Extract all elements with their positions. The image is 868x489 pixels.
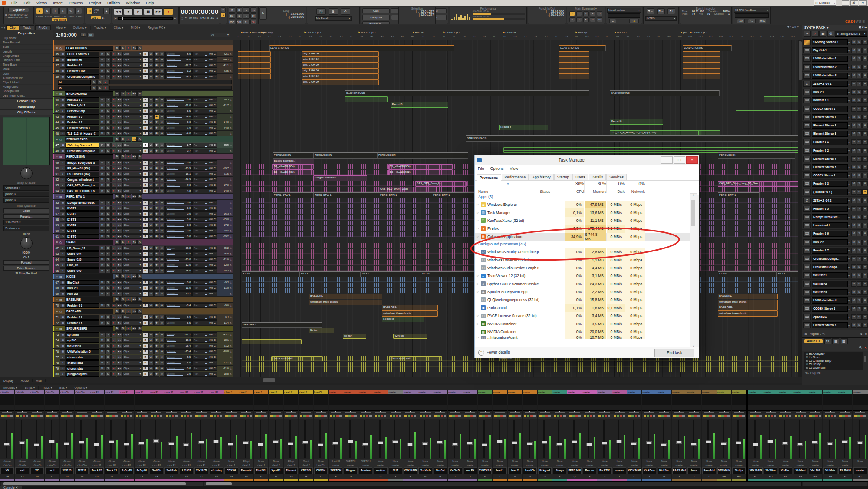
synth-name[interactable]: OrchestralCompa... bbox=[812, 264, 848, 270]
synth-mute-button[interactable]: M bbox=[851, 298, 856, 303]
arm-button[interactable] bbox=[111, 188, 116, 193]
pan-slider[interactable]: Pan0% C bbox=[192, 366, 217, 371]
strip-name[interactable]: VxChrDl bbox=[448, 467, 462, 474]
automation-button[interactable]: A bbox=[160, 188, 165, 193]
synth-item-reaktor-6-3[interactable]: ⌨Reaktor 6 3▾MS✱ bbox=[802, 180, 868, 188]
mute-button[interactable]: M bbox=[100, 120, 105, 125]
track-row-55[interactable]: 55▦iZotope BreakTweakMS◄»Clips▾RW✱AVolum… bbox=[53, 200, 233, 205]
strip-sends[interactable] bbox=[538, 405, 552, 411]
track-name[interactable]: theRiser 3 bbox=[66, 344, 99, 348]
solo-button[interactable]: S bbox=[105, 349, 111, 354]
synth-name[interactable]: Kick 2 1 bbox=[812, 89, 848, 95]
chevron-down-icon[interactable]: ▾ bbox=[848, 74, 851, 77]
synth-name[interactable]: Element Stereo 4 bbox=[812, 156, 848, 162]
read-automation-button[interactable]: R bbox=[143, 332, 148, 337]
strip-name[interactable]: vox FX bbox=[464, 467, 477, 474]
folder-automation-button[interactable]: A bbox=[137, 194, 142, 199]
record-button[interactable]: ● bbox=[164, 8, 173, 15]
fader-cap[interactable] bbox=[124, 443, 129, 446]
screenset-7[interactable]: 7 bbox=[576, 17, 582, 22]
mute-button[interactable]: M bbox=[100, 217, 105, 222]
folder-solo-button[interactable]: S bbox=[120, 91, 125, 96]
strip-output-label[interactable]: master bbox=[717, 463, 731, 467]
arm-button[interactable] bbox=[111, 280, 116, 285]
synth-item-reaktor-6-7[interactable]: ⌨Reaktor 6 7▾MS✱ bbox=[802, 247, 868, 255]
solo-button[interactable]: S bbox=[105, 303, 111, 308]
strip-fader[interactable] bbox=[597, 419, 612, 459]
synth-name[interactable]: Xpand!2 1 bbox=[812, 314, 848, 320]
solo-button[interactable]: S bbox=[105, 360, 111, 365]
automation-button[interactable]: A bbox=[160, 57, 165, 62]
volume-slider[interactable]: Volume0.0 bbox=[165, 228, 192, 233]
scroll-up-icon[interactable]: ˄ bbox=[690, 194, 697, 197]
rack-icon[interactable]: ▩ bbox=[841, 338, 848, 344]
pan-slider[interactable]: Pan0% C bbox=[192, 246, 217, 251]
tm-group-header[interactable]: Apps (5) bbox=[475, 193, 690, 201]
strip-name[interactable]: FxDrpDl bbox=[120, 467, 133, 474]
strip-output-label[interactable]: - VoxCh bbox=[30, 463, 44, 467]
volume-slider[interactable]: Volume-7.9 bbox=[165, 126, 192, 130]
mute-button[interactable]: M bbox=[100, 360, 105, 365]
chevron-down-icon[interactable]: ▾ bbox=[827, 26, 828, 29]
folder-input-echo-button[interactable]: ◄» bbox=[132, 91, 137, 96]
solo-button[interactable]: S bbox=[105, 263, 111, 268]
strip-name[interactable]: VfxLMG bbox=[809, 467, 822, 474]
synth-name[interactable]: Element Stereo 2 bbox=[812, 122, 848, 129]
clips-dropdown[interactable]: Clips▾ bbox=[122, 103, 142, 108]
folder-row-percussion[interactable]: ≡🗀PERCUSSIONMS◄»A bbox=[53, 154, 233, 160]
strip-msr-buttons[interactable] bbox=[702, 414, 716, 419]
clip-orig--e-g--d-[interactable]: orig. E G# D# bbox=[302, 51, 379, 57]
strip-sends[interactable] bbox=[343, 405, 358, 411]
strip-sends[interactable] bbox=[299, 405, 313, 411]
collapse-icon[interactable]: ≡ bbox=[54, 46, 59, 50]
folder-solo-button[interactable]: S bbox=[120, 297, 125, 302]
track-name[interactable]: Kick 2 2 bbox=[66, 291, 99, 296]
strip-pan-slider[interactable] bbox=[164, 411, 178, 414]
collapse-icon[interactable]: ≡ bbox=[54, 327, 59, 330]
strip-output-label[interactable]: - lead 2 bbox=[299, 463, 313, 467]
section-audiosnap[interactable]: AudioSnap bbox=[0, 104, 53, 109]
strip-pan-slider[interactable] bbox=[15, 411, 29, 414]
sync-icon[interactable]: ⬚ bbox=[181, 17, 183, 20]
read-automation-button[interactable]: R bbox=[143, 57, 148, 62]
track-name[interactable]: plingplong mel. bbox=[66, 372, 99, 377]
solo-button[interactable]: S bbox=[105, 183, 111, 188]
strip-output-label[interactable]: master bbox=[433, 463, 447, 467]
strip-output-label[interactable]: master bbox=[493, 463, 507, 467]
input-echo-button[interactable]: ◄» bbox=[117, 160, 122, 165]
strip-input-label[interactable]: None bbox=[448, 459, 462, 463]
tm-menu-file[interactable]: File bbox=[475, 166, 487, 171]
strip-pan-slider[interactable] bbox=[642, 411, 656, 414]
write-automation-button[interactable]: W bbox=[148, 120, 154, 125]
strip-output-label[interactable]: master bbox=[732, 463, 746, 467]
prop-ctl-patchbrowser[interactable]: Patch Browser bbox=[3, 266, 49, 271]
synth-freeze-button[interactable]: ✱ bbox=[862, 298, 868, 303]
strip-msr-buttons[interactable] bbox=[194, 414, 208, 419]
synth-item-kontakt-5-1[interactable]: ⌨Kontakt 5 1▾MS✱ bbox=[802, 96, 868, 105]
clip-92--bar[interactable]: 92% bar bbox=[393, 334, 427, 339]
mute-button[interactable]: M bbox=[100, 366, 105, 371]
strip-fx-bin[interactable] bbox=[418, 394, 432, 405]
synth-solo-button[interactable]: S bbox=[857, 98, 862, 103]
strip-pan-slider[interactable] bbox=[793, 411, 808, 414]
fader-cap[interactable] bbox=[661, 443, 667, 446]
strip-fader[interactable] bbox=[853, 419, 867, 459]
synth-solo-button[interactable]: S bbox=[857, 323, 862, 328]
strip-fader[interactable] bbox=[538, 419, 552, 459]
mute-button[interactable]: M bbox=[100, 172, 105, 176]
strip-input-label[interactable]: -None- bbox=[164, 459, 178, 463]
strip-name[interactable]: Strngs bbox=[553, 467, 566, 474]
clips-dropdown[interactable]: Clips▾ bbox=[122, 200, 142, 205]
strip-fx-bin[interactable] bbox=[0, 394, 14, 405]
synth-item-uviworkstation-3[interactable]: ⌨UVIWorkstation 3▾MS✱ bbox=[802, 72, 868, 80]
chevron-down-icon[interactable]: ▾ bbox=[848, 141, 851, 144]
synth-freeze-button[interactable]: ✱ bbox=[862, 148, 868, 153]
automation-button[interactable]: A bbox=[160, 149, 165, 153]
mute-button[interactable]: M bbox=[100, 228, 105, 233]
arm-button[interactable] bbox=[111, 63, 116, 68]
strip-output-label[interactable]: - VoxChg bbox=[75, 463, 89, 467]
folder-automation-button[interactable]: A bbox=[137, 46, 142, 50]
timeline-ruler[interactable]: .15.17.19.21.23.25.27.29.31.33.35.37.39.… bbox=[233, 30, 802, 40]
input-echo-button[interactable]: ◄» bbox=[117, 109, 122, 113]
arm-button[interactable] bbox=[111, 69, 116, 73]
